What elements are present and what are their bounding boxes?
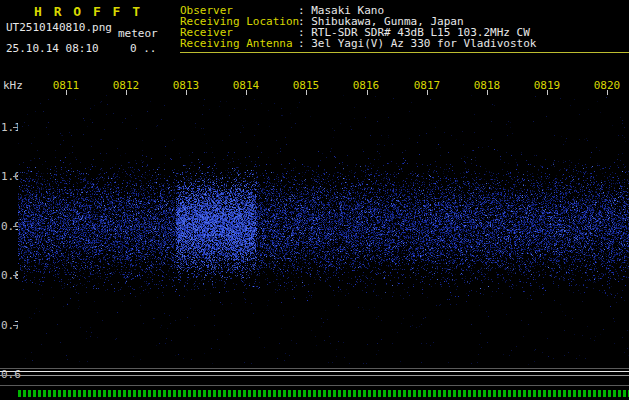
level-line [0,375,629,376]
time-tick-label: 0816 [352,79,380,92]
level-line [0,371,629,372]
activity-tick-bar [18,390,629,397]
datetime-label: 25.10.14 08:10 [6,42,99,55]
app-logo: H R O F F T [34,4,142,19]
station-info: Observer : Masaki Kano Receiving Locatio… [180,5,629,49]
counter-label: 0 .. [130,42,157,55]
level-graph-strip [0,368,629,386]
output-filename: UT2510140810.png [6,21,112,34]
info-row: Receiving Antenna : 3el Yagi(V) Az 330 f… [180,38,629,49]
info-value: : 3el Yagi(V) Az 330 for Vladivostok [298,38,536,49]
info-label: Receiving Antenna [180,38,293,49]
spectrogram-canvas [18,95,629,365]
observation-note: meteor [118,27,158,40]
hrofft-screen: H R O F F T UT2510140810.png meteor 25.1… [0,0,629,400]
header-divider [180,52,629,53]
freq-unit-label: kHz [3,79,23,92]
